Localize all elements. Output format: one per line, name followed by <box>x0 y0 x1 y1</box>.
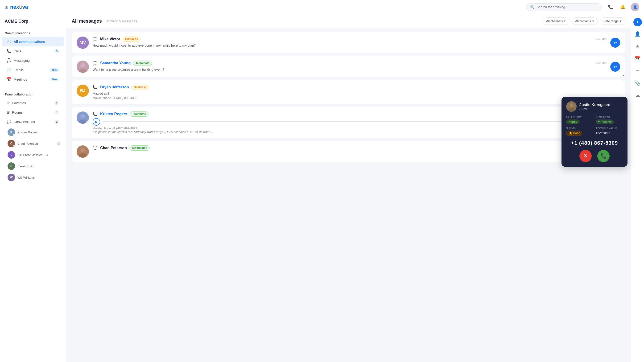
meetings-icon: 📅 <box>6 77 11 82</box>
sidebar-divider <box>5 87 61 87</box>
sentiment-label: SENTIMENT <box>596 116 623 118</box>
call-phone: Mobile phone +1 (480) 899-4899 <box>93 96 620 100</box>
channel-icon-message: 💬 <box>93 61 97 66</box>
person-icon[interactable]: 👤 <box>633 29 642 39</box>
filter-date-range[interactable]: Date range ▾ <box>600 18 625 25</box>
emails-icon: ✉️ <box>6 68 11 72</box>
popup-experience: EXPERIENCE Happy <box>566 116 593 124</box>
sidebar-item-label: Conversations <box>14 120 52 124</box>
convo-item-group[interactable]: 5 Alli, Brent, Jessica, +3 <box>0 149 66 160</box>
popup-avatar <box>566 101 576 112</box>
sidebar-item-rooms[interactable]: ⊞ Rooms 1 <box>2 108 64 117</box>
msg-name: Bryan Jefferson <box>100 85 129 89</box>
msg-name: Chad Peterson <box>100 146 127 150</box>
sidebar-item-all-communications[interactable]: 📨 All communications <box>2 37 64 46</box>
decline-call-button[interactable]: ✕ <box>580 150 592 162</box>
convo-item-sarah[interactable]: S Sarah Smith <box>0 160 66 172</box>
channel-icon-message: 💬 <box>93 146 97 150</box>
msg-text: How much would it cost to add everyone i… <box>93 43 592 48</box>
sidebar-item-meetings[interactable]: 📅 Meetings New <box>2 75 64 84</box>
sidebar-item-conversations[interactable]: 💬 Conversations 2 <box>2 117 64 126</box>
table-icon[interactable]: ⊞ <box>633 42 642 51</box>
msg-tag: Business <box>131 84 149 90</box>
communications-section-title: Communications <box>0 28 66 37</box>
play-button[interactable]: ▶ <box>93 118 100 126</box>
search-input[interactable] <box>536 5 598 9</box>
user-avatar[interactable]: 👤 <box>631 3 639 11</box>
favorites-icon: ☆ <box>6 101 10 105</box>
rooms-icon: ⊞ <box>6 110 10 114</box>
sidebar-item-label: Messaging <box>14 59 59 62</box>
popup-call-actions: ✕ 📞 <box>566 150 623 162</box>
company-name: ACME Corp <box>0 19 66 28</box>
content-title: All messages <box>72 18 102 24</box>
sidebar-item-label: Favorites <box>12 101 52 105</box>
phone-icon[interactable]: 📞 <box>606 3 615 11</box>
grid-icon: ⊞ <box>5 4 8 10</box>
msg-body: 💬 Samantha Young Teammate Want to help m… <box>93 60 592 72</box>
msg-tag: Teammate <box>133 60 152 66</box>
reply-button[interactable]: ↩ <box>610 38 620 48</box>
svg-point-4 <box>80 114 85 118</box>
msg-time: 9:30 am <box>596 36 606 40</box>
emails-new-badge: New <box>50 68 59 72</box>
svg-point-7 <box>80 148 85 152</box>
survey-label: SURVEY <box>566 127 593 130</box>
group-avatar: 5 <box>8 151 15 158</box>
avatar-mike-victor: MV <box>76 36 89 49</box>
filter-all-contacts[interactable]: All contacts ▾ <box>572 18 597 25</box>
message-card-kristen-rogers[interactable]: 📞 Kristen Rogers Teammate ▶ 15 sec Mobil… <box>72 107 625 138</box>
chevron-down-icon: ▾ <box>620 19 622 23</box>
online-dot <box>13 145 15 147</box>
popup-company: ACME <box>580 107 610 110</box>
popup-account-value: ACCOUNT VALUE $22/month <box>596 127 623 136</box>
search-icon: 🔍 <box>530 5 534 9</box>
bell-icon[interactable]: 🔔 <box>618 3 627 11</box>
convo-item-kristen[interactable]: K Kristen Rogers <box>0 126 66 138</box>
msg-body: 📞 Bryan Jefferson Business Missed call M… <box>93 84 620 100</box>
conversations-icon: 💬 <box>6 120 11 124</box>
paperclip-icon[interactable]: 📎 <box>633 78 642 88</box>
header-filters: All channels ▾ All contacts ▾ Date range… <box>543 18 625 25</box>
list-icon[interactable]: ☰ <box>633 66 642 76</box>
msg-text: Missed call <box>93 91 620 96</box>
avatar-bryan-jefferson: BJ <box>76 84 89 97</box>
msg-time: 9:30 am <box>596 60 606 64</box>
sidebar-item-label: Rooms <box>12 110 52 114</box>
message-card-bryan-jefferson[interactable]: BJ 📞 Bryan Jefferson Business Missed cal… <box>72 80 625 104</box>
cloud-icon[interactable]: ☁ <box>633 90 642 100</box>
message-card-mike-victor[interactable]: MV 💬 Mike Victor Business How much would… <box>72 32 625 53</box>
contact-popup-card[interactable]: Justin Korsgaard ACME EXPERIENCE Happy S… <box>562 97 628 167</box>
msg-header: 💬 Mike Victor Business <box>93 36 592 42</box>
sidebar-item-label: Calls <box>14 49 52 53</box>
svg-point-1 <box>80 63 85 68</box>
all-comms-icon: 📨 <box>6 39 11 44</box>
convo-item-will[interactable]: W Will Williams <box>0 172 66 183</box>
sidebar-item-messaging[interactable]: 💬 Messaging <box>2 56 64 65</box>
sidebar-item-calls[interactable]: 📞 Calls 5 <box>2 46 64 56</box>
avatar-kristen-rogers <box>76 112 89 124</box>
calls-badge: 5 <box>54 49 59 53</box>
conversations-badge: 2 <box>54 120 59 124</box>
search-bar[interactable]: 🔍 <box>526 3 602 11</box>
add-button[interactable]: + <box>634 18 642 26</box>
message-card-samantha-young[interactable]: 💬 Samantha Young Teammate Want to help m… <box>72 56 625 77</box>
filter-all-channels[interactable]: All channels ▾ <box>543 18 569 25</box>
sidebar-item-emails[interactable]: ✉️ Emails New <box>2 65 64 74</box>
channel-icon-message: 💬 <box>93 37 97 42</box>
sidebar-item-label: Meetings <box>14 78 48 81</box>
accept-call-button[interactable]: 📞 <box>597 150 610 162</box>
msg-tag: Teammate <box>130 112 148 117</box>
avatar-samantha-young <box>76 60 89 73</box>
voicemail-row: ▶ 15 sec <box>93 118 620 126</box>
convo-item-chad[interactable]: C Chad Peterson 2 <box>0 138 66 149</box>
logo-area: ⊞ nextiva <box>5 4 28 10</box>
calendar-icon[interactable]: 📅 <box>633 54 642 63</box>
sidebar-item-favorites[interactable]: ☆ Favorites 1 <box>2 98 64 108</box>
popup-survey: SURVEY ⭐ Poor <box>566 127 593 136</box>
chevron-down-icon: ▾ <box>592 19 594 23</box>
message-card-chad-peterson[interactable]: 💬 Chad Peterson Teammates 9:30 am ↩ <box>72 141 625 162</box>
popup-user-details: Justin Korsgaard ACME <box>580 103 610 110</box>
reply-button[interactable]: ↩ <box>610 62 620 72</box>
msg-header: 💬 Samantha Young Teammate <box>93 60 592 66</box>
